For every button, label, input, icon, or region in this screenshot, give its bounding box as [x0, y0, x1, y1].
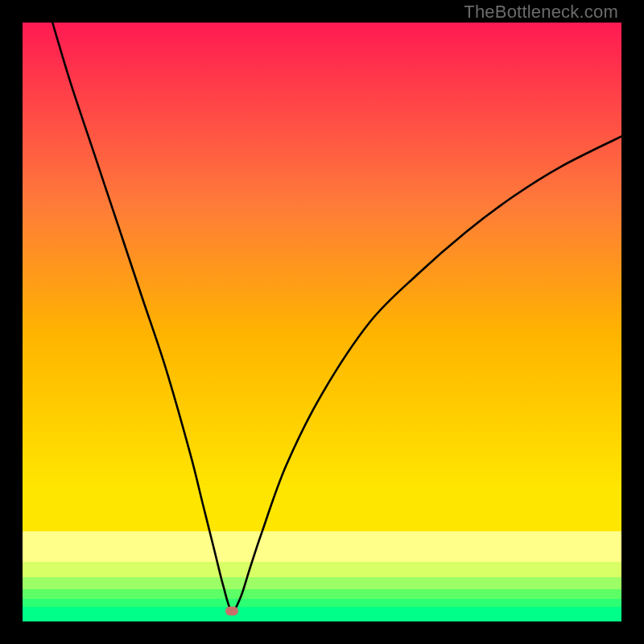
chart-frame: TheBottleneck.com [0, 0, 644, 644]
optimum-marker [225, 606, 238, 615]
watermark-label: TheBottleneck.com [464, 2, 618, 23]
plot-area [23, 23, 621, 621]
bottleneck-curve [23, 23, 621, 621]
